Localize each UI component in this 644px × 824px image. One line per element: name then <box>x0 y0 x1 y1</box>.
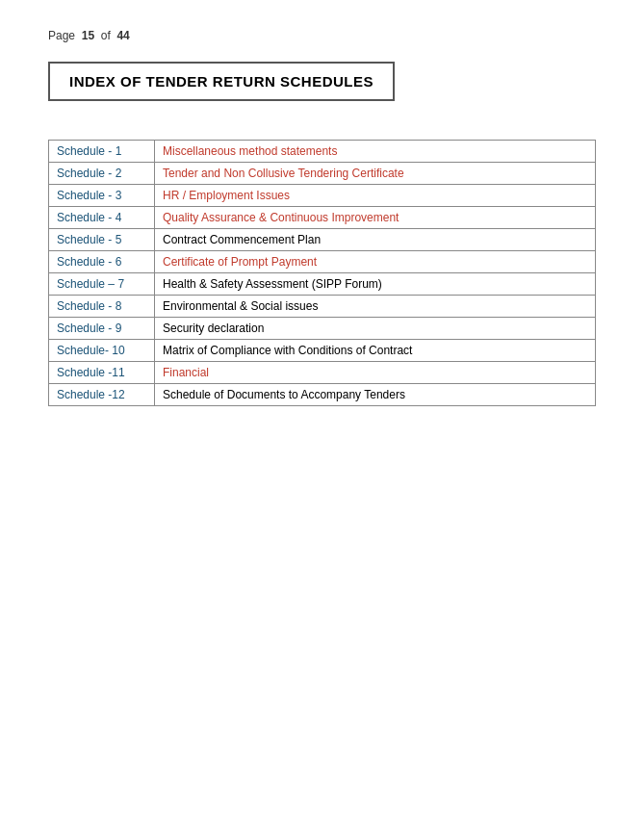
schedule-id: Schedule - 4 <box>49 207 155 229</box>
total-pages: 44 <box>116 29 129 42</box>
page-title: INDEX OF TENDER RETURN SCHEDULES <box>69 73 374 90</box>
table-row: Schedule- 10Matrix of Compliance with Co… <box>49 340 596 362</box>
schedule-description: Quality Assurance & Continuous Improveme… <box>155 207 596 229</box>
schedule-id: Schedule - 3 <box>49 185 155 207</box>
table-row: Schedule - 6Certificate of Prompt Paymen… <box>49 251 596 273</box>
schedule-id: Schedule -12 <box>49 384 155 406</box>
schedule-table: Schedule - 1Miscellaneous method stateme… <box>48 140 596 406</box>
schedule-id: Schedule -11 <box>49 362 155 384</box>
page-number: Page 15 of 44 <box>48 29 596 42</box>
schedule-id: Schedule - 8 <box>49 296 155 318</box>
schedule-id: Schedule - 2 <box>49 163 155 185</box>
table-row: Schedule - 5Contract Commencement Plan <box>49 229 596 251</box>
table-row: Schedule -12Schedule of Documents to Acc… <box>49 384 596 406</box>
schedule-description: Contract Commencement Plan <box>155 229 596 251</box>
of-label: of <box>101 29 111 42</box>
schedule-id: Schedule - 5 <box>49 229 155 251</box>
table-row: Schedule - 2Tender and Non Collusive Ten… <box>49 163 596 185</box>
table-row: Schedule - 4Quality Assurance & Continuo… <box>49 207 596 229</box>
document-page: Page 15 of 44 INDEX OF TENDER RETURN SCH… <box>0 0 644 824</box>
table-row: Schedule - 1Miscellaneous method stateme… <box>49 141 596 163</box>
schedule-description: Certificate of Prompt Payment <box>155 251 596 273</box>
schedule-description: Health & Safety Assessment (SIPP Forum) <box>155 273 596 296</box>
schedule-description: Environmental & Social issues <box>155 296 596 318</box>
schedule-description: Miscellaneous method statements <box>155 141 596 163</box>
schedule-description: Schedule of Documents to Accompany Tende… <box>155 384 596 406</box>
current-page: 15 <box>82 29 94 42</box>
schedule-description: Financial <box>155 362 596 384</box>
schedule-description: HR / Employment Issues <box>155 185 596 207</box>
schedule-description: Tender and Non Collusive Tendering Certi… <box>155 163 596 185</box>
schedule-id: Schedule - 1 <box>49 141 155 163</box>
table-row: Schedule -11Financial <box>49 362 596 384</box>
title-box: INDEX OF TENDER RETURN SCHEDULES <box>48 62 395 101</box>
schedule-description: Matrix of Compliance with Conditions of … <box>155 340 596 362</box>
schedule-id: Schedule - 6 <box>49 251 155 273</box>
schedule-id: Schedule – 7 <box>49 273 155 296</box>
table-row: Schedule - 8Environmental & Social issue… <box>49 296 596 318</box>
page-label: Page <box>48 29 75 42</box>
schedule-id: Schedule - 9 <box>49 318 155 340</box>
table-row: Schedule - 9Security declaration <box>49 318 596 340</box>
schedule-description: Security declaration <box>155 318 596 340</box>
table-row: Schedule - 3HR / Employment Issues <box>49 185 596 207</box>
table-row: Schedule – 7Health & Safety Assessment (… <box>49 273 596 296</box>
schedule-id: Schedule- 10 <box>49 340 155 362</box>
